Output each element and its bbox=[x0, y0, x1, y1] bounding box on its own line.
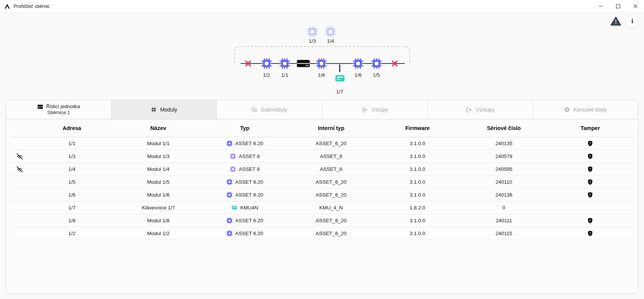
cell-typ-label: ASSET 6.20 bbox=[235, 218, 263, 223]
info-button[interactable]: i bbox=[626, 15, 639, 28]
tab-moduly[interactable]: Moduly bbox=[111, 100, 217, 119]
cell-adresa: 1/8 bbox=[29, 218, 115, 223]
app-logo-icon bbox=[4, 3, 10, 9]
cell-interni-typ: KMU_4_N bbox=[288, 205, 374, 211]
cell-seriove-cislo: 240135 bbox=[461, 141, 547, 146]
cell-interni-typ: ASSET_6_20 bbox=[288, 141, 374, 146]
bus-terminator-x-icon bbox=[244, 60, 252, 68]
cell-nazev: Modul 1/5 bbox=[115, 179, 202, 185]
title-bar: Prohlížeč sběrnic bbox=[0, 0, 644, 13]
offline-module-icon-1-4[interactable] bbox=[325, 26, 336, 39]
cell-nazev: Modul 1/1 bbox=[115, 141, 202, 146]
maximize-button[interactable] bbox=[609, 0, 627, 12]
bus-module-label: 1/6 bbox=[355, 72, 362, 78]
tab-label: Výstupy bbox=[476, 107, 494, 113]
table-row-1-3[interactable]: 1/3 Modul 1/3 ASSET 8 ASSET_8 3.1.0.0 24… bbox=[11, 150, 633, 163]
cell-typ: ASSET 6.20 bbox=[201, 179, 288, 185]
tab-koncov-body[interactable]: Koncové body bbox=[533, 100, 638, 119]
tab-v-stupy[interactable]: Výstupy bbox=[428, 100, 533, 119]
table-row-1-1[interactable]: 1/1 Modul 1/1 ASSET 6.20 ASSET_6_20 3.1.… bbox=[11, 137, 633, 150]
tab--dic-jednotka[interactable]: Řídicí jednotka Sběrnice 1 bbox=[6, 100, 111, 119]
window-title: Prohlížeč sběrnic bbox=[14, 4, 50, 9]
tab-label: Submoduly bbox=[261, 107, 287, 113]
cell-interni-typ: ASSET_8 bbox=[288, 166, 374, 172]
chip-indigo-icon bbox=[226, 192, 233, 198]
chip-violet-icon bbox=[230, 153, 236, 160]
cell-typ-label: ASSET 6.20 bbox=[235, 231, 263, 236]
table-row-1-8[interactable]: 1/8 Modul 1/8 ASSET 6.20 ASSET_6_20 3.1.… bbox=[11, 214, 633, 227]
bus-terminator-x-icon bbox=[391, 60, 399, 68]
table-row-1-4[interactable]: 1/4 Modul 1/4 ASSET 8 ASSET_8 3.1.0.0 24… bbox=[11, 163, 633, 176]
cell-typ: ASSET 8 bbox=[201, 153, 288, 160]
tab-submoduly[interactable]: Submoduly bbox=[217, 100, 322, 119]
tab-label: Moduly bbox=[160, 107, 177, 113]
bus-module-icon-1-1[interactable] bbox=[279, 58, 290, 69]
tab-vstupy[interactable]: Vstupy bbox=[322, 100, 428, 119]
cell-adresa: 1/6 bbox=[29, 192, 115, 198]
cell-typ: ASSET 8 bbox=[201, 166, 288, 172]
main-content: i 1/3 1/4 1/2 1/1 1/8 bbox=[0, 13, 644, 299]
cell-seriove-cislo: 240110 bbox=[461, 179, 547, 185]
cell-seriove-cislo: 240595 bbox=[461, 166, 547, 172]
bus-keyboard-icon-1-7[interactable] bbox=[334, 73, 346, 84]
table-row-1-2[interactable]: 1/2 Modul 1/2 ASSET 6.20 ASSET_6_20 3.1.… bbox=[11, 227, 633, 240]
table-row-1-7[interactable]: 1/7 Klávesnice 1/7 KMU4N KMU_4_N 1.8.2.0… bbox=[11, 201, 633, 214]
outputs-icon bbox=[466, 107, 472, 113]
warning-triangle-icon[interactable] bbox=[610, 16, 621, 26]
cell-interni-typ: ASSET_8 bbox=[288, 153, 374, 159]
cell-adresa: 1/1 bbox=[29, 141, 115, 146]
cell-seriove-cislo: 240578 bbox=[461, 153, 547, 159]
table-row-1-6[interactable]: 1/6 Modul 1/6 ASSET 6.20 ASSET_6_20 3.1.… bbox=[11, 189, 633, 201]
cell-typ: ASSET 6.20 bbox=[201, 192, 288, 198]
cell-firmware: 3.1.0.0 bbox=[374, 231, 461, 236]
offline-module-label: 1/3 bbox=[309, 38, 316, 44]
offline-module-icon-1-3[interactable] bbox=[307, 26, 318, 39]
minimize-button[interactable] bbox=[592, 0, 609, 12]
column-header-2: Typ bbox=[201, 125, 288, 131]
tamper-shield-icon bbox=[547, 217, 633, 224]
cell-firmware: 3.1.0.0 bbox=[374, 192, 461, 198]
cell-firmware: 3.1.0.0 bbox=[374, 218, 461, 223]
tamper-shield-icon bbox=[547, 192, 633, 198]
cell-firmware: 3.1.0.0 bbox=[374, 153, 461, 159]
cell-typ-label: ASSET 8 bbox=[239, 153, 259, 159]
chip-indigo-icon bbox=[226, 217, 233, 224]
cell-adresa: 1/5 bbox=[29, 179, 115, 185]
cell-firmware: 3.1.0.0 bbox=[374, 141, 461, 146]
tab-sublabel: Sběrnice 1 bbox=[47, 110, 70, 116]
cell-adresa: 1/3 bbox=[29, 153, 115, 159]
bus-module-icon-1-5[interactable] bbox=[371, 58, 382, 69]
cell-typ: ASSET 6.20 bbox=[201, 140, 288, 147]
tamper-shield-icon bbox=[547, 230, 633, 237]
bus-topology-diagram: 1/3 1/4 1/2 1/1 1/8 1/7 1/6 bbox=[0, 13, 644, 100]
browser-card: Řídicí jednotka Sběrnice 1 Moduly Submod… bbox=[6, 100, 638, 294]
tamper-shield-icon bbox=[547, 140, 633, 147]
close-button[interactable] bbox=[627, 0, 644, 12]
cell-typ: ASSET 6.20 bbox=[201, 217, 288, 224]
bus-module-icon-1-8[interactable] bbox=[316, 58, 327, 69]
wifi-off-icon bbox=[11, 153, 29, 160]
cell-nazev: Modul 1/8 bbox=[115, 218, 202, 223]
modules-icon bbox=[151, 107, 157, 113]
cell-nazev: Modul 1/4 bbox=[115, 166, 202, 172]
bus-module-icon-1-2[interactable] bbox=[261, 58, 272, 69]
table-header-row: AdresaNázevTypInterní typFirmwareSériové… bbox=[11, 119, 633, 137]
bus-module-label: 1/2 bbox=[263, 72, 270, 78]
column-header-0: Adresa bbox=[29, 125, 115, 131]
bus-module-label: 1/8 bbox=[318, 72, 325, 78]
cell-nazev: Klávesnice 1/7 bbox=[115, 205, 202, 211]
bus-control-unit-icon[interactable] bbox=[297, 59, 310, 68]
cell-typ-label: ASSET 8 bbox=[239, 166, 259, 172]
wifi-off-icon bbox=[11, 166, 29, 173]
bus-module-icon-1-6[interactable] bbox=[352, 58, 364, 69]
chip-indigo-icon bbox=[226, 140, 233, 147]
column-header-3: Interní typ bbox=[288, 125, 374, 131]
cell-seriove-cislo: 0 bbox=[461, 205, 547, 211]
keyboard-icon bbox=[231, 204, 238, 211]
tamper-shield-icon bbox=[547, 153, 633, 160]
cell-seriove-cislo: 240115 bbox=[461, 231, 547, 236]
tab-bar: Řídicí jednotka Sběrnice 1 Moduly Submod… bbox=[6, 100, 638, 119]
tab-label: Řídicí jednotka bbox=[46, 104, 80, 110]
table-row-1-5[interactable]: 1/5 Modul 1/5 ASSET 6.20 ASSET_6_20 3.1.… bbox=[11, 176, 633, 189]
bus-module-label: 1/1 bbox=[281, 72, 289, 78]
